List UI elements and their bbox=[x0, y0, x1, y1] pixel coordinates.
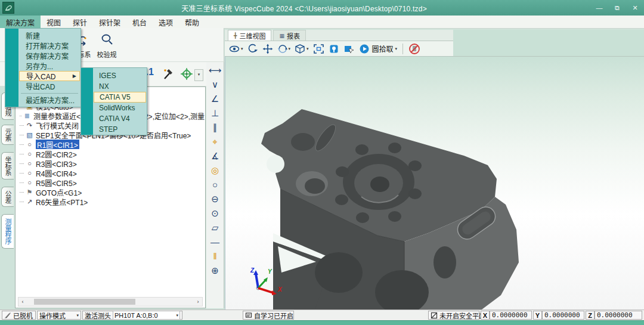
locate-button[interactable] bbox=[329, 44, 339, 54]
concentricity-icon[interactable]: ◎ bbox=[211, 165, 219, 176]
rotate-view-button[interactable]: ▾ bbox=[277, 44, 291, 54]
roundness-icon[interactable]: ⊖ bbox=[211, 194, 219, 205]
y-coordinate-value: 0.0000000 bbox=[542, 311, 584, 320]
pan-button[interactable] bbox=[262, 44, 273, 54]
tree-horizontal-scrollbar[interactable]: ‹ › bbox=[18, 297, 203, 307]
submenu-arrow-icon: ▶ bbox=[73, 73, 76, 79]
self-learn-icon bbox=[245, 312, 252, 319]
symmetry-icon[interactable]: ‖ bbox=[213, 251, 216, 262]
menu-options[interactable]: 选项 bbox=[153, 16, 179, 28]
3d-view-tab-icon: ╋ bbox=[234, 33, 237, 39]
run-pick-button[interactable]: 圆拾取 ▾ bbox=[359, 44, 398, 54]
tree-row-vector-point[interactable]: ↗R6矢量点<PT1> bbox=[18, 197, 205, 206]
tab-report[interactable]: ▦ 报表 bbox=[273, 30, 306, 41]
restore-button[interactable]: ⧉ bbox=[608, 0, 626, 16]
menu-machine[interactable]: 机台 bbox=[126, 16, 153, 28]
gauge-check-label: 校验规 bbox=[97, 51, 117, 58]
orbit-icon bbox=[247, 44, 258, 54]
tree-row-circle-4[interactable]: ○R4圆<CIR4> bbox=[18, 168, 205, 178]
tab-tolerance[interactable]: 公差 bbox=[1, 187, 14, 207]
menu-bar: 解决方案 视图 探针 探针架 机台 选项 帮助 bbox=[0, 16, 644, 29]
submenu-item-catia-v4[interactable]: CATIA V4 bbox=[94, 113, 146, 124]
distance-icon[interactable]: ⟷ bbox=[209, 65, 222, 76]
tree-row-goto-point[interactable]: ⚑GOTO点<G1> bbox=[18, 187, 205, 197]
tab-elements[interactable]: 元素 bbox=[1, 125, 14, 145]
minimize-button[interactable]: — bbox=[590, 0, 608, 16]
safety-plane-icon: ▧ bbox=[25, 131, 34, 139]
menu-help[interactable]: 帮助 bbox=[179, 16, 205, 28]
scrollbar-thumb[interactable] bbox=[34, 299, 135, 305]
box-select-button[interactable] bbox=[343, 44, 355, 54]
close-button[interactable]: ✕ bbox=[626, 0, 644, 16]
pick-mode-label: 圆拾取 bbox=[372, 44, 394, 54]
alignment-target-icon[interactable] bbox=[179, 66, 194, 84]
menu-solution[interactable]: 解决方案 bbox=[0, 16, 41, 28]
menu-item-new[interactable]: 新建 bbox=[19, 30, 80, 41]
gdt-toolbar: ⟷ ∨ ∠ ⊥ ∥ ⌖ ∡ ◎ ○ ⊖ ⊙ ▱ — ‖ ⊕ bbox=[206, 62, 224, 308]
view-cube-button[interactable]: ▾ bbox=[295, 44, 309, 54]
self-learn-status[interactable]: 自学习已开启 bbox=[243, 311, 294, 320]
submenu-item-catia-v5[interactable]: CATIA V5 bbox=[94, 92, 146, 103]
toolbar-separator bbox=[402, 44, 403, 54]
toolbar-filler bbox=[453, 30, 644, 57]
menu-icon-gutter bbox=[5, 29, 18, 107]
status-bar: 已脱机 操作模式 ▾ 激活测头 PH10T A:0,B:0 ▾ 自学习已开启 未… bbox=[0, 309, 644, 320]
scroll-left-icon[interactable]: ‹ bbox=[18, 299, 27, 305]
tree-row-circle-3[interactable]: ○R3圆<CIR3> bbox=[18, 159, 205, 168]
submenu-icon-gutter bbox=[81, 68, 93, 135]
zoom-fit-button[interactable] bbox=[313, 44, 324, 54]
parallelism-icon[interactable]: ∥ bbox=[213, 122, 218, 133]
menu-view[interactable]: 视图 bbox=[41, 16, 67, 28]
menu-item-import-cad[interactable]: 导入CAD ▶ bbox=[19, 71, 80, 81]
menu-item-save-solution[interactable]: 保存解决方案 bbox=[19, 51, 80, 61]
vector-point-icon: ↗ bbox=[25, 198, 34, 206]
gauge-check-button[interactable]: 校验规 bbox=[92, 32, 121, 59]
menu-item-export-cad[interactable]: 导出CAD bbox=[19, 81, 80, 91]
submenu-item-nx[interactable]: NX bbox=[94, 81, 146, 92]
menu-probe-rack[interactable]: 探针架 bbox=[93, 16, 126, 28]
angle-between-icon[interactable]: ∠ bbox=[211, 94, 219, 104]
viewport-toolbar: ▾ ▾ ▾ 圆拾取 ▾ bbox=[225, 41, 453, 57]
submenu-item-solidworks[interactable]: SolidWorks bbox=[94, 103, 146, 113]
import-cad-submenu: IGES NX CATIA V5 SolidWorks CATIA V4 STE… bbox=[80, 67, 147, 135]
straightness-icon[interactable]: — bbox=[210, 237, 219, 247]
menu-probe[interactable]: 探针 bbox=[67, 16, 93, 28]
menu-item-open-solution[interactable]: 打开解决方案 bbox=[19, 41, 80, 51]
submenu-item-step[interactable]: STEP bbox=[94, 124, 146, 135]
submenu-item-iges[interactable]: IGES bbox=[94, 70, 146, 81]
tab-coord-sys[interactable]: 坐标系 bbox=[1, 152, 14, 179]
axis-y-label: Y bbox=[268, 268, 273, 275]
tree-row-circle-5[interactable]: ○R5圆<CIR5> bbox=[18, 178, 205, 187]
safety-plane-off-icon bbox=[431, 312, 438, 319]
hammer-icon[interactable] bbox=[160, 66, 175, 84]
probe-disabled-icon bbox=[408, 43, 420, 55]
scroll-right-icon[interactable]: › bbox=[194, 299, 202, 305]
view-visibility-button[interactable]: ▾ bbox=[229, 44, 243, 54]
circle-cross-icon[interactable]: ⊕ bbox=[211, 265, 219, 276]
angle-icon[interactable]: ∨ bbox=[212, 79, 218, 90]
z-coordinate-value: 0.0000000 bbox=[595, 311, 642, 320]
menu-item-save-as[interactable]: 另存为... bbox=[19, 61, 80, 71]
safety-plane-status[interactable]: 未开启安全平面 bbox=[428, 311, 479, 320]
position-icon[interactable]: ⌖ bbox=[212, 137, 217, 147]
flatness-icon[interactable]: ▱ bbox=[212, 222, 219, 233]
tree-row-circle-2[interactable]: ○R2圆<CIR2> bbox=[18, 149, 205, 159]
tree-row-circle-1[interactable]: ○R1圆<CIR1> bbox=[18, 140, 205, 149]
perpendicularity-icon[interactable]: ⊥ bbox=[211, 108, 219, 119]
circle-icon: ○ bbox=[25, 160, 34, 167]
angularity-icon[interactable]: ∡ bbox=[211, 151, 219, 162]
tab-3d-view[interactable]: ╋ 三维视图 bbox=[228, 30, 271, 41]
app-window: 天准三坐标系统 VispecCube 2024 <C:\Users\jiaosi… bbox=[0, 0, 644, 325]
offline-status: 已脱机 bbox=[2, 311, 36, 320]
active-probe-combobox[interactable]: PH10T A:0,B:0 ▾ bbox=[113, 311, 180, 320]
toolbar-overflow-button[interactable]: ▾ bbox=[194, 69, 203, 81]
menu-item-recent-solutions[interactable]: 最近解决方案... bbox=[19, 95, 80, 105]
probe-disabled-button[interactable] bbox=[408, 43, 420, 55]
radius-icon[interactable]: ⊙ bbox=[211, 208, 219, 219]
orbit-button[interactable] bbox=[247, 44, 258, 54]
operation-mode-combobox[interactable]: 操作模式 ▾ bbox=[37, 311, 81, 320]
viewport-3d-canvas[interactable]: Z Y X bbox=[225, 57, 644, 309]
circle-tool-icon[interactable]: ○ bbox=[212, 179, 218, 190]
bottom-strip bbox=[0, 320, 644, 325]
tab-measure-program[interactable]: 测量程序 bbox=[1, 214, 14, 249]
